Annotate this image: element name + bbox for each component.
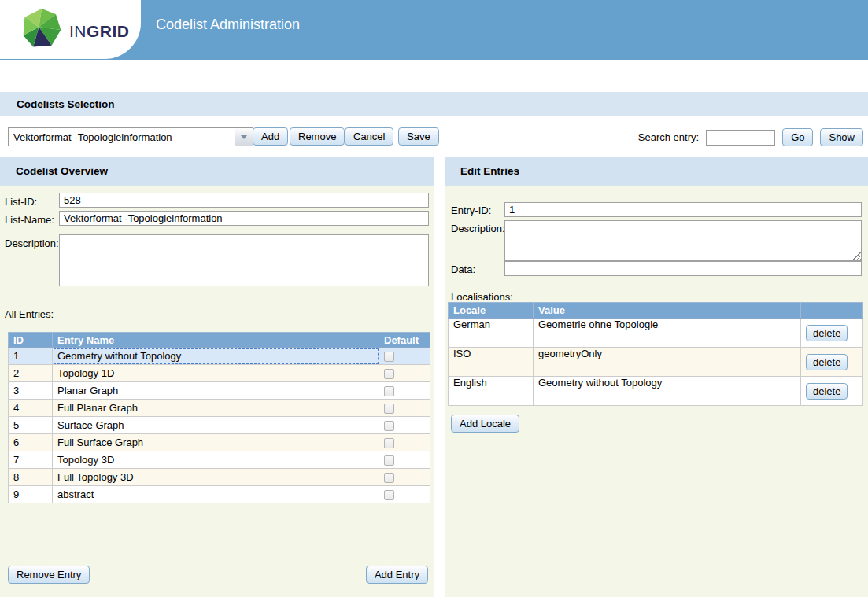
locale-value-cell[interactable]: Geometry without Topology (534, 377, 801, 406)
table-row[interactable]: 5 Surface Graph (9, 417, 430, 434)
table-row[interactable]: 1 Geometry without Topology (9, 348, 430, 365)
entry-default-cell (379, 486, 430, 503)
entry-name-cell[interactable]: Full Topology 3D (53, 469, 379, 486)
entries-table-header-row: ID Entry Name Default (9, 333, 430, 348)
codelist-overview-panel: Codelist Overview List-ID: List-Name: De… (0, 157, 434, 597)
default-checkbox[interactable] (384, 455, 394, 466)
entry-name-cell[interactable]: Full Planar Graph (53, 400, 379, 417)
default-checkbox[interactable] (384, 404, 394, 414)
locale-value-cell[interactable]: Geometrie ohne Topologie (534, 319, 801, 348)
default-checkbox[interactable] (384, 352, 394, 362)
entry-description-label: Description: (451, 223, 505, 234)
entry-id-cell[interactable]: 6 (9, 434, 53, 451)
entry-default-cell (379, 469, 430, 486)
entries-table: ID Entry Name Default 1 Geometry without… (8, 332, 430, 503)
col-header-entry-name: Entry Name (53, 333, 379, 348)
table-row[interactable]: 9 abstract (9, 486, 430, 503)
add-button[interactable]: Add (253, 127, 288, 146)
default-checkbox[interactable] (384, 473, 394, 483)
entry-id-input[interactable] (504, 202, 862, 217)
col-header-value: Value (534, 303, 801, 319)
table-row[interactable]: 7 Topology 3D (9, 451, 430, 469)
list-name-input[interactable] (59, 211, 429, 226)
entry-name-cell[interactable]: Full Surface Graph (53, 434, 379, 451)
codelist-overview-header: Codelist Overview (0, 157, 434, 186)
show-button[interactable]: Show (820, 128, 863, 146)
logo-wordmark: INGRID (69, 22, 130, 41)
col-header-default: Default (379, 333, 430, 348)
col-header-locale: Locale (449, 303, 534, 319)
delete-locale-button[interactable]: delete (806, 325, 848, 341)
locale-value-cell[interactable]: geometryOnly (534, 348, 801, 377)
entry-name-cell[interactable]: Geometry without Topology (53, 348, 379, 365)
entry-default-cell (379, 365, 430, 382)
remove-entry-button[interactable]: Remove Entry (8, 566, 90, 584)
locale-cell[interactable]: German (449, 319, 534, 348)
list-id-input[interactable] (59, 193, 429, 208)
codelist-combobox[interactable] (8, 127, 253, 146)
locale-cell[interactable]: ISO (449, 348, 534, 377)
edit-entries-panel: Edit Entries Entry-ID: Description: Data… (445, 157, 868, 597)
combobox-dropdown-button[interactable] (235, 127, 253, 146)
entry-data-input[interactable] (504, 261, 862, 276)
description-label: Description: (5, 238, 59, 249)
default-checkbox[interactable] (384, 490, 394, 500)
entry-description-textarea[interactable] (504, 220, 862, 261)
codelist-combobox-input[interactable] (8, 127, 235, 146)
locale-row: ISO geometryOnly delete (449, 348, 863, 377)
entry-default-cell (379, 382, 430, 400)
entry-default-cell (379, 348, 430, 365)
table-row[interactable]: 8 Full Topology 3D (9, 469, 430, 486)
logo-text-in: IN (69, 22, 87, 40)
search-entry-input[interactable] (706, 130, 775, 146)
entry-id-cell[interactable]: 2 (9, 365, 53, 382)
entry-id-cell[interactable]: 1 (9, 348, 53, 365)
go-button[interactable]: Go (782, 128, 813, 146)
delete-locale-button[interactable]: delete (806, 354, 848, 370)
entry-default-cell (379, 434, 430, 451)
cancel-button[interactable]: Cancel (345, 127, 393, 146)
entry-name-cell[interactable]: Topology 1D (53, 365, 379, 382)
default-checkbox[interactable] (384, 369, 394, 379)
page-title: Codelist Administration (156, 17, 300, 33)
col-header-actions (801, 303, 863, 319)
locale-row: English Geometry without Topology delete (449, 377, 863, 406)
description-textarea[interactable] (59, 234, 429, 286)
entry-name-cell[interactable]: Planar Graph (53, 382, 379, 400)
locale-action-cell: delete (801, 377, 863, 406)
default-checkbox[interactable] (384, 438, 394, 448)
entry-id-cell[interactable]: 7 (9, 451, 53, 469)
table-row[interactable]: 4 Full Planar Graph (9, 400, 430, 417)
search-entry-label: Search entry: (638, 131, 699, 143)
default-checkbox[interactable] (384, 421, 394, 431)
localisations-table: Locale Value German Geometrie ohne Topol… (448, 302, 863, 406)
entry-id-cell[interactable]: 4 (9, 400, 53, 417)
save-button[interactable]: Save (398, 127, 439, 146)
default-checkbox[interactable] (384, 386, 394, 396)
edit-entries-title: Edit Entries (460, 165, 519, 177)
locale-action-cell: delete (801, 319, 863, 348)
table-row[interactable]: 3 Planar Graph (9, 382, 430, 400)
add-locale-button[interactable]: Add Locale (451, 415, 519, 433)
ingrid-gem-icon (20, 6, 63, 52)
locale-cell[interactable]: English (449, 377, 534, 406)
table-row[interactable]: 2 Topology 1D (9, 365, 430, 382)
entry-default-cell (379, 400, 430, 417)
locale-action-cell: delete (801, 348, 863, 377)
table-row[interactable]: 6 Full Surface Graph (9, 434, 430, 451)
add-entry-button[interactable]: Add Entry (366, 566, 428, 584)
edit-entries-header: Edit Entries (445, 157, 868, 186)
delete-locale-button[interactable]: delete (806, 383, 848, 400)
entry-name-cell[interactable]: Topology 3D (53, 451, 379, 469)
entry-id-cell[interactable]: 9 (9, 486, 53, 503)
entry-id-cell[interactable]: 5 (9, 417, 53, 434)
entry-data-label: Data: (451, 263, 475, 275)
entry-name-cell[interactable]: abstract (53, 486, 379, 503)
codelists-selection-bar: Codelists Selection (0, 92, 868, 116)
entry-id-cell[interactable]: 3 (9, 382, 53, 400)
remove-button[interactable]: Remove (290, 127, 345, 146)
entry-id-cell[interactable]: 8 (9, 469, 53, 486)
localisations-label: Localisations: (451, 291, 513, 303)
logo-text-grid: GRID (87, 22, 130, 40)
entry-name-cell[interactable]: Surface Graph (53, 417, 379, 434)
